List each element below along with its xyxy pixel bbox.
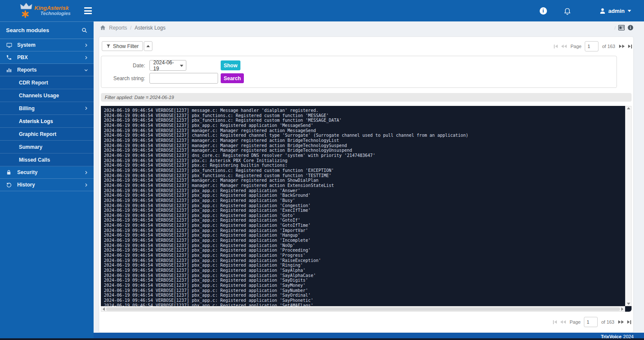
scrollbar-corner — [625, 306, 632, 312]
user-menu[interactable]: admin — [599, 7, 631, 15]
submenu-item-label: Channels Usage — [19, 93, 59, 99]
pager-last-button[interactable] — [627, 319, 632, 325]
pager-total-label: of 163 — [601, 319, 614, 325]
pager-next-button[interactable] — [619, 44, 625, 49]
breadcrumb-current-page: Asterisk Logs — [134, 25, 165, 31]
pager-prev-button[interactable] — [561, 44, 567, 49]
page-number-input[interactable] — [584, 317, 598, 327]
submenu-item-label: Summary — [19, 144, 43, 150]
main-content: Reports / Asterisk Logs / Show Filter — [94, 21, 644, 340]
bell-icon[interactable] — [563, 7, 571, 15]
search-modules-input[interactable] — [6, 27, 81, 33]
sidebar-item-asterisk-logs[interactable]: Asterisk Logs — [0, 115, 94, 128]
history-icon — [6, 182, 13, 188]
search-button[interactable]: Search — [221, 73, 244, 83]
scroll-left-arrow[interactable] — [103, 307, 105, 311]
brand-line1: KingAsterisk — [34, 5, 71, 11]
filter-icon — [106, 44, 111, 48]
log-output[interactable]: 2024-06-19 09:46:54 VERBOSE[1237] messag… — [101, 106, 625, 306]
sidebar-item-pbx[interactable]: PBX — [0, 51, 94, 64]
brand-line2: Technologies — [34, 11, 71, 16]
info-icon[interactable]: i — [540, 7, 547, 15]
show-filter-button[interactable]: Show Filter — [102, 41, 143, 51]
asterisk-icon — [21, 10, 29, 18]
sidebar-item-summary[interactable]: Summary — [0, 141, 94, 153]
scroll-up-arrow[interactable] — [627, 107, 630, 109]
show-button[interactable]: Show — [221, 60, 240, 70]
sidebar-item-label: Security — [17, 169, 37, 175]
submenu-item-label: Asterisk Logs — [19, 118, 53, 124]
sidebar-search — [0, 21, 94, 39]
horizontal-scroll-thumb[interactable] — [106, 307, 620, 311]
crown-icon — [20, 3, 33, 10]
scroll-down-arrow[interactable] — [627, 303, 630, 305]
user-icon — [599, 7, 606, 15]
pager-top: Page of 163 — [553, 41, 632, 51]
pager-total-label: of 163 — [602, 44, 615, 49]
pager-page-label: Page — [570, 319, 581, 325]
panel-icon[interactable] — [618, 25, 625, 30]
phone-icon — [6, 54, 13, 60]
sidebar-item-label: History — [17, 182, 35, 188]
caret-up-icon — [146, 45, 150, 47]
brand-name: KingAsterisk Technologies — [34, 5, 71, 16]
chevron-right-icon — [84, 43, 88, 48]
sidebar-item-history[interactable]: History — [0, 179, 94, 191]
breadcrumb-reports-link[interactable]: Reports — [109, 25, 127, 31]
lock-icon — [6, 169, 13, 175]
desktop-icon — [6, 42, 13, 48]
chevron-down-icon — [628, 10, 631, 12]
date-select-value: 2024-06-19 — [153, 60, 177, 72]
sidebar-item-label: PBX — [17, 54, 28, 60]
filter-applied-badge: Filter applied: Date = 2024-06-19 — [101, 93, 632, 102]
sidebar-item-label: System — [17, 42, 36, 48]
log-area: 2024-06-19 09:46:54 VERBOSE[1237] messag… — [101, 106, 632, 312]
pager-first-button[interactable] — [553, 44, 558, 49]
pager-prev-button[interactable] — [560, 319, 566, 325]
top-navbar: KingAsterisk Technologies i admin — [0, 0, 644, 21]
pager-last-button[interactable] — [628, 44, 632, 49]
header-slash: / — [614, 25, 616, 30]
chevron-down-icon — [84, 68, 88, 72]
submenu-item-label: Missed Calls — [19, 157, 50, 163]
content-card: Show Filter Page of 163 Date: 2024-0 — [99, 36, 634, 333]
page-number-input[interactable] — [585, 41, 598, 51]
search-icon[interactable] — [81, 27, 88, 33]
chevron-right-icon — [84, 170, 88, 175]
sidebar-item-system[interactable]: System — [0, 39, 94, 51]
filter-collapse-button[interactable] — [144, 41, 152, 51]
sidebar: System PBX Reports CDR Report Channels U… — [0, 21, 94, 340]
sidebar-item-cdr-report[interactable]: CDR Report — [0, 76, 94, 89]
search-string-input[interactable] — [149, 73, 218, 84]
sidebar-item-security[interactable]: Security — [0, 166, 94, 179]
bar-chart-icon — [6, 67, 13, 73]
bottom-strip — [0, 338, 644, 340]
username-label: admin — [608, 8, 625, 14]
show-filter-label: Show Filter — [113, 43, 139, 49]
date-select[interactable]: 2024-06-19 — [149, 60, 186, 71]
horizontal-scrollbar[interactable] — [101, 306, 625, 312]
sidebar-item-reports[interactable]: Reports — [0, 64, 94, 76]
pager-first-button[interactable] — [553, 319, 557, 325]
reports-submenu: CDR Report Channels Usage Billing Asteri… — [0, 76, 94, 166]
toolbar: Show Filter Page of 163 — [100, 40, 632, 51]
sidebar-item-graphic-report[interactable]: Graphic Report — [0, 128, 94, 141]
breadcrumb: Reports / Asterisk Logs / — [94, 21, 644, 34]
search-string-label: Search string: — [106, 75, 147, 81]
sidebar-item-label: Reports — [17, 67, 36, 73]
sidebar-item-missed-calls[interactable]: Missed Calls — [0, 153, 94, 166]
brand-logo[interactable]: KingAsterisk Technologies — [0, 0, 76, 21]
sidebar-item-channels-usage[interactable]: Channels Usage — [0, 89, 94, 102]
sidebar-item-billing[interactable]: Billing — [0, 102, 94, 115]
info-icon[interactable] — [627, 24, 634, 31]
chevron-right-icon — [84, 183, 88, 187]
pager-bottom: Page of 163 — [553, 317, 632, 327]
chevron-right-icon — [84, 55, 88, 60]
hamburger-menu-icon[interactable] — [84, 7, 94, 14]
breadcrumb-separator: / — [130, 25, 131, 31]
vertical-scrollbar[interactable] — [625, 106, 632, 306]
submenu-item-label: CDR Report — [19, 80, 48, 86]
home-icon[interactable] — [100, 24, 106, 31]
scroll-right-arrow[interactable] — [621, 307, 623, 311]
pager-next-button[interactable] — [618, 319, 624, 325]
